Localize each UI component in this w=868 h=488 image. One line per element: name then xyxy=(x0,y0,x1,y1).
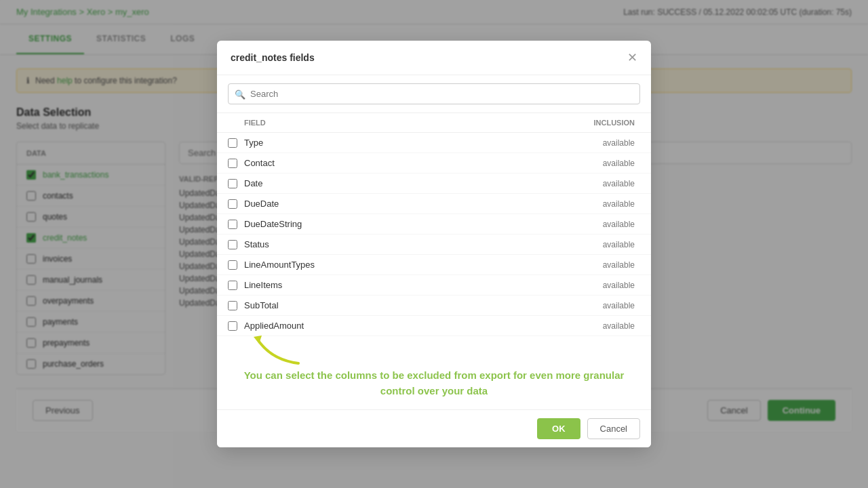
modal-cancel-button[interactable]: Cancel xyxy=(587,418,640,439)
modal-overlay: credit_notes fields ✕ 🔍 field inclusion … xyxy=(0,0,868,445)
field-name-duedatestring: DueDateString xyxy=(244,219,579,229)
ok-button[interactable]: OK xyxy=(537,418,580,439)
field-inclusion: available xyxy=(586,220,640,229)
field-name-lineamounttypes: LineAmountTypes xyxy=(244,260,579,270)
field-checkbox-lineitems[interactable] xyxy=(228,281,237,290)
field-row: Statusavailable xyxy=(217,235,651,255)
field-inclusion: available xyxy=(586,301,640,310)
field-row: SubTotalavailable xyxy=(217,296,651,316)
field-row: DueDateavailable xyxy=(217,194,651,214)
field-checkbox-lineamounttypes[interactable] xyxy=(228,260,237,270)
field-name-lineitems: LineItems xyxy=(244,280,579,290)
field-checkbox-subtotal[interactable] xyxy=(228,301,237,310)
field-inclusion: available xyxy=(586,321,640,331)
field-name-appliedamount: AppliedAmount xyxy=(244,321,579,331)
field-row: Dateavailable xyxy=(217,174,651,194)
modal-header: credit_notes fields ✕ xyxy=(217,41,651,75)
field-name-contact: Contact xyxy=(244,158,579,168)
field-name-type: Type xyxy=(244,138,579,148)
field-checkbox-status[interactable] xyxy=(228,240,237,249)
search-input[interactable] xyxy=(228,83,640,104)
field-row: LineAmountTypesavailable xyxy=(217,255,651,275)
field-row: Typeavailable xyxy=(217,133,651,153)
modal-dialog: credit_notes fields ✕ 🔍 field inclusion … xyxy=(217,41,651,445)
modal-footer: OK Cancel xyxy=(217,409,651,445)
field-row: Contactavailable xyxy=(217,153,651,174)
modal-title: credit_notes fields xyxy=(231,52,315,63)
field-name-status: Status xyxy=(244,239,579,249)
field-inclusion: available xyxy=(586,159,640,168)
field-name-subtotal: SubTotal xyxy=(244,300,579,310)
close-button[interactable]: ✕ xyxy=(627,52,637,64)
field-inclusion: available xyxy=(586,281,640,290)
modal-body: TypeavailableContactavailableDateavailab… xyxy=(217,133,651,340)
annotation-area: You can select the columns to be exclude… xyxy=(217,340,651,409)
arrow-icon xyxy=(244,333,326,367)
field-name-date: Date xyxy=(244,178,579,188)
field-checkbox-date[interactable] xyxy=(228,179,237,188)
field-checkbox-type[interactable] xyxy=(228,138,237,148)
col-field-label: field xyxy=(244,119,594,127)
field-inclusion: available xyxy=(586,260,640,270)
field-name-duedate: DueDate xyxy=(244,199,579,209)
field-checkbox-duedate[interactable] xyxy=(228,199,237,209)
field-checkbox-contact[interactable] xyxy=(228,159,237,168)
field-checkbox-appliedamount[interactable] xyxy=(228,321,237,331)
field-checkbox-duedatestring[interactable] xyxy=(228,220,237,229)
field-row: LineItemsavailable xyxy=(217,275,651,296)
modal-search-area: 🔍 xyxy=(217,75,651,113)
field-inclusion: available xyxy=(586,138,640,148)
fields-header: field inclusion xyxy=(217,113,651,133)
field-inclusion: available xyxy=(586,179,640,188)
search-icon: 🔍 xyxy=(235,89,245,99)
field-inclusion: available xyxy=(586,240,640,249)
col-inclusion-label: inclusion xyxy=(594,119,641,127)
field-inclusion: available xyxy=(586,199,640,209)
field-row: DueDateStringavailable xyxy=(217,214,651,235)
search-wrap: 🔍 xyxy=(228,83,640,104)
